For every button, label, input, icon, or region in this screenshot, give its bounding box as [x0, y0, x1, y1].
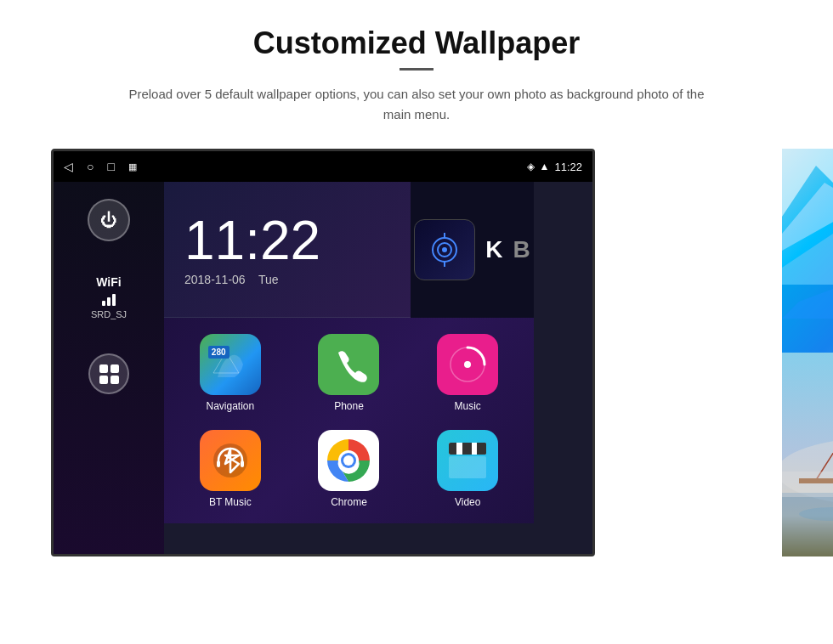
svg-rect-29	[782, 493, 833, 556]
wifi-ssid: SRD_SJ	[91, 309, 127, 319]
status-bar: ◁ ○ □ ▦ ◈ ▲ 11:22	[54, 151, 592, 182]
music-svg	[449, 346, 486, 383]
svg-point-6	[464, 361, 471, 368]
navigation-icon: 280	[200, 334, 261, 395]
clapper-top	[449, 443, 486, 455]
app-item-music[interactable]: Music	[411, 328, 524, 417]
signal-icon	[428, 233, 462, 267]
btmusic-icon	[200, 430, 261, 491]
grid-dot-4	[110, 376, 119, 384]
music-label: Music	[454, 400, 480, 412]
svg-rect-9	[241, 460, 244, 467]
page-container: Customized Wallpaper Preload over 5 defa…	[0, 0, 833, 644]
chrome-svg	[323, 435, 374, 486]
apps-section: 280 Navigation	[164, 318, 534, 523]
wifi-bar-3	[112, 294, 116, 306]
nav-buttons: ◁ ○ □ ▦	[64, 160, 137, 173]
stripe-2	[456, 443, 464, 455]
svg-point-13	[343, 455, 354, 466]
home-icon[interactable]: ○	[87, 160, 94, 173]
status-right: ◈ ▲ 11:22	[527, 161, 582, 173]
clock-section: 11:22 2018-11-06 Tue	[164, 182, 411, 318]
app-item-btmusic[interactable]: BT Music	[174, 424, 286, 513]
power-icon: ⏻	[100, 211, 117, 230]
stripe-1	[449, 443, 456, 455]
clock-date: 2018-11-06 Tue	[184, 273, 279, 286]
page-title: Customized Wallpaper	[253, 25, 581, 61]
phone-label: Phone	[334, 400, 364, 412]
stripe-3	[464, 443, 472, 455]
chrome-label: Chrome	[331, 496, 367, 508]
wifi-bar-2	[107, 297, 110, 306]
phone-svg	[330, 346, 367, 383]
chrome-icon	[318, 430, 379, 491]
power-button[interactable]: ⏻	[88, 199, 130, 241]
page-subtitle: Preload over 5 default wallpaper options…	[128, 84, 706, 125]
wifi-status-icon: ▲	[540, 161, 550, 172]
widget-area: K B	[411, 182, 534, 318]
wifi-bars	[102, 292, 116, 306]
k-label: K	[485, 236, 502, 263]
wallpaper-glacier[interactable]	[782, 149, 833, 353]
stripe-5	[479, 443, 486, 455]
nav-sign: 280	[208, 346, 230, 359]
apps-grid-icon	[94, 359, 124, 389]
svg-rect-8	[217, 460, 220, 467]
grid-dot-2	[110, 364, 119, 373]
clock-date-value: 2018-11-06	[184, 273, 246, 286]
android-screen: ◁ ○ □ ▦ ◈ ▲ 11:22 ⏻ WiFi	[51, 149, 595, 556]
stripe-4	[472, 443, 479, 455]
clapper-bottom	[449, 456, 486, 478]
wallpaper-thumbnails: CarSetting	[782, 149, 833, 556]
video-icon	[437, 430, 498, 491]
app-item-phone[interactable]: Phone	[293, 328, 405, 417]
left-sidebar: ⏻ WiFi SRD_SJ	[54, 182, 164, 554]
wifi-label: WiFi	[96, 275, 121, 289]
btmusic-svg	[212, 442, 249, 479]
btmusic-label: BT Music	[209, 496, 252, 508]
grid-dot-3	[99, 376, 108, 384]
recents-icon[interactable]: □	[107, 160, 114, 173]
clock-time: 11:22	[184, 213, 320, 268]
title-divider	[400, 68, 434, 71]
wallpaper-bridge[interactable]: CarSetting	[782, 353, 833, 556]
b-label: B	[513, 236, 530, 263]
bridge-svg	[782, 353, 833, 556]
music-icon	[437, 334, 498, 395]
clock-day-value: Tue	[258, 273, 279, 286]
phone-icon	[318, 334, 379, 395]
status-time: 11:22	[554, 161, 582, 173]
screen-area: ◁ ○ □ ▦ ◈ ▲ 11:22 ⏻ WiFi	[51, 149, 782, 556]
svg-point-2	[442, 247, 447, 252]
app-item-video[interactable]: Video	[411, 424, 524, 513]
apps-button[interactable]	[88, 353, 129, 394]
screenshot-icon[interactable]: ▦	[128, 161, 137, 172]
grid-dot-1	[99, 364, 108, 373]
app-item-chrome[interactable]: Chrome	[293, 424, 405, 513]
wifi-info: WiFi SRD_SJ	[91, 275, 127, 319]
app-item-navigation[interactable]: 280 Navigation	[174, 328, 286, 417]
signal-widget	[414, 219, 475, 280]
back-icon[interactable]: ◁	[64, 160, 73, 173]
glacier-svg	[782, 149, 833, 353]
nav-map-bg: 280	[200, 334, 261, 395]
clapper-stripes	[449, 443, 486, 455]
navigation-label: Navigation	[206, 400, 254, 412]
location-icon: ◈	[527, 161, 535, 172]
svg-rect-32	[782, 472, 833, 497]
video-label: Video	[455, 496, 480, 508]
wifi-bar-1	[102, 301, 105, 306]
